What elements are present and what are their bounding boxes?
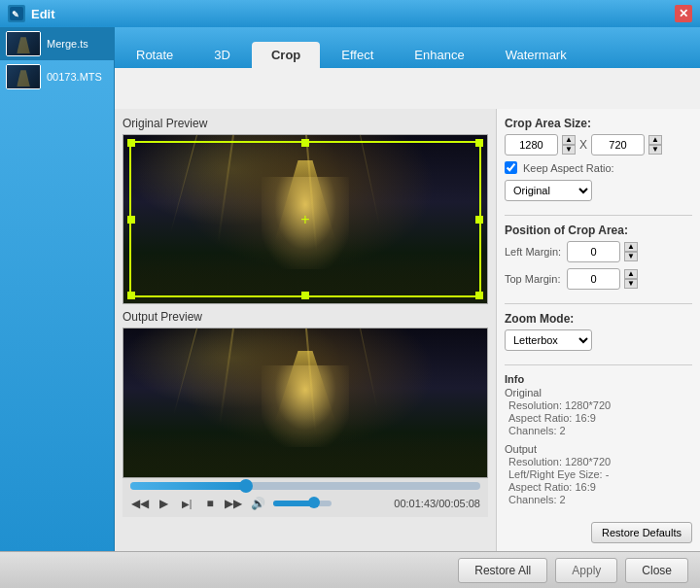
keep-aspect-checkbox[interactable] (505, 161, 517, 174)
original-preview-label: Original Preview (122, 117, 488, 130)
tab-watermark[interactable]: Watermark (486, 42, 586, 68)
left-margin-down[interactable]: ▼ (624, 252, 638, 261)
close-window-button[interactable]: ✕ (675, 5, 692, 22)
crop-width-up[interactable]: ▲ (562, 135, 576, 145)
tab-crop[interactable]: Crop (252, 42, 320, 68)
zoom-title: Zoom Mode: (505, 312, 692, 326)
sidebar-label-merge: Merge.ts (47, 38, 88, 50)
restore-defaults-button[interactable]: Restore Defaults (591, 522, 692, 543)
top-margin-up[interactable]: ▲ (624, 269, 638, 279)
original-scene (123, 135, 487, 303)
sidebar-thumb-merge (6, 31, 41, 56)
volume-icon: 🔊 (251, 497, 265, 510)
top-margin-spinners: ▲ ▼ (624, 269, 638, 289)
tab-rotate[interactable]: Rotate (117, 42, 192, 68)
left-margin-label: Left Margin: (505, 246, 563, 258)
crop-height-down[interactable]: ▼ (648, 145, 662, 155)
rewind-button[interactable]: ◀◀ (130, 494, 150, 513)
aspect-ratio-select[interactable]: Original 16:9 4:3 1:1 (505, 180, 592, 201)
original-channels: Channels: 2 (508, 425, 692, 436)
left-margin-row: Left Margin: ▲ ▼ (505, 241, 692, 262)
progress-fill (130, 482, 246, 490)
time-display: 00:01:43/00:05:08 (394, 498, 480, 509)
output-scene (123, 329, 487, 477)
left-margin-up[interactable]: ▲ (624, 242, 638, 252)
content-area: Original Preview (115, 109, 700, 551)
bottom-bar: Restore All Apply Close (0, 551, 700, 588)
main-container: Merge.ts 00173.MTS Rotate 3D Crop Effect… (0, 27, 700, 588)
fast-forward-button[interactable]: ▶▶ (224, 494, 243, 513)
top-margin-input[interactable] (567, 268, 620, 290)
info-section: Info Original Resolution: 1280*720 Aspec… (505, 373, 692, 437)
original-preview-frame: + (122, 134, 488, 304)
keep-aspect-row: Keep Aspect Ratio: (505, 161, 692, 174)
progress-thumb[interactable] (239, 479, 253, 493)
sidebar-label-mts: 00173.MTS (47, 71, 102, 83)
crop-height-up[interactable]: ▲ (648, 135, 662, 145)
zoom-section: Zoom Mode: Letterbox Pan & Scan Full (505, 312, 692, 351)
divider-3 (505, 364, 692, 365)
crop-width-spinners: ▲ ▼ (562, 135, 576, 155)
sidebar-thumb-mts (6, 64, 41, 89)
output-info-title: Output (505, 443, 692, 455)
sidebar-item-mts[interactable]: 00173.MTS (0, 60, 114, 93)
original-info-title: Original (505, 387, 692, 398)
tab-enhance[interactable]: Enhance (395, 42, 483, 68)
output-preview-label: Output Preview (122, 310, 488, 324)
top-margin-label: Top Margin: (505, 273, 563, 285)
keep-aspect-label: Keep Aspect Ratio: (523, 162, 614, 174)
output-resolution: Resolution: 1280*720 (508, 456, 692, 467)
info-title: Info (505, 373, 692, 385)
window-title: Edit (31, 7, 55, 21)
tab-3d[interactable]: 3D (194, 42, 250, 68)
volume-track[interactable] (273, 501, 332, 506)
output-aspect: Aspect Ratio: 16:9 (508, 481, 692, 493)
crop-width-input[interactable] (505, 134, 558, 156)
app-icon: ✎ (8, 5, 25, 22)
x-separator: X (579, 138, 587, 152)
sidebar-item-merge[interactable]: Merge.ts (0, 27, 114, 60)
preview-area: Original Preview (115, 109, 496, 551)
stop-button[interactable]: ■ (200, 494, 220, 513)
next-frame-button[interactable]: ▶| (177, 494, 196, 513)
position-title: Position of Crop Area: (505, 224, 692, 237)
crop-size-row: ▲ ▼ X ▲ ▼ (505, 134, 692, 156)
output-channels: Channels: 2 (508, 494, 692, 505)
zoom-mode-select[interactable]: Letterbox Pan & Scan Full (505, 329, 592, 351)
output-preview-frame (122, 328, 488, 478)
output-eye-size: Left/Right Eye Size: - (508, 468, 692, 480)
volume-thumb[interactable] (308, 497, 320, 508)
divider-1 (505, 215, 692, 216)
play-button[interactable]: ▶ (154, 494, 173, 513)
controls-row: ◀◀ ▶ ▶| ■ ▶▶ 🔊 00:01:43/00:05:08 (130, 494, 480, 513)
tab-effect[interactable]: Effect (322, 42, 393, 68)
sidebar: Merge.ts 00173.MTS (0, 27, 115, 551)
crop-height-spinners: ▲ ▼ (648, 135, 662, 155)
svg-text:✎: ✎ (12, 10, 19, 19)
titlebar: ✎ Edit ✕ (0, 0, 700, 27)
aspect-select-row: Original 16:9 4:3 1:1 (505, 180, 692, 201)
progress-track[interactable] (130, 482, 480, 490)
top-margin-row: Top Margin: ▲ ▼ (505, 268, 692, 290)
left-margin-spinners: ▲ ▼ (624, 242, 638, 261)
restore-all-button[interactable]: Restore All (458, 558, 547, 583)
crop-area-title: Crop Area Size: (505, 117, 692, 130)
original-resolution: Resolution: 1280*720 (508, 399, 692, 411)
left-margin-input[interactable] (567, 241, 620, 262)
top-margin-down[interactable]: ▼ (624, 279, 638, 289)
playback-bar: ◀◀ ▶ ▶| ■ ▶▶ 🔊 00:01:43/00:05:08 (122, 478, 488, 517)
output-info-section: Output Resolution: 1280*720 Left/Right E… (505, 443, 692, 506)
close-button[interactable]: Close (625, 558, 688, 583)
right-panel: Crop Area Size: ▲ ▼ X ▲ ▼ Keep Aspect Ra… (496, 109, 700, 551)
original-aspect: Aspect Ratio: 16:9 (508, 412, 692, 424)
divider-2 (505, 303, 692, 304)
crop-height-input[interactable] (591, 134, 645, 156)
crop-width-down[interactable]: ▼ (562, 145, 576, 155)
apply-button[interactable]: Apply (555, 558, 617, 583)
